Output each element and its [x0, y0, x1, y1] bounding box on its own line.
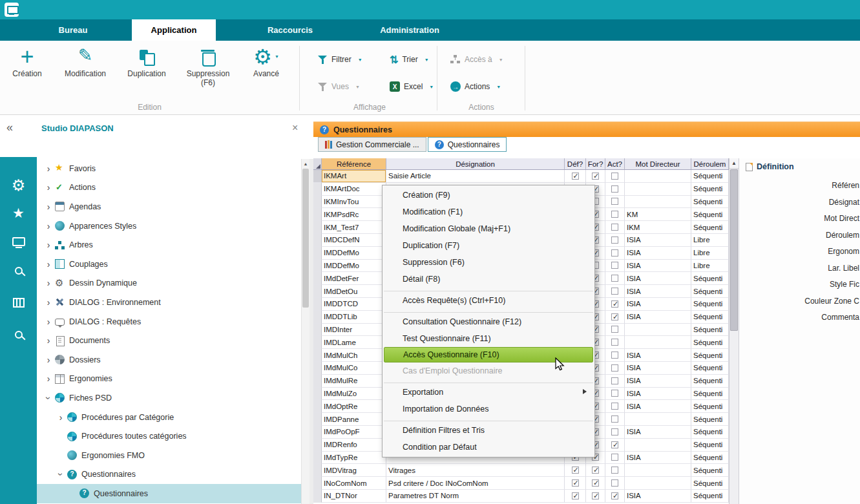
cell-mot-directeur[interactable]: KM: [625, 208, 691, 221]
cell-reference[interactable]: IMDDefMo: [322, 260, 386, 273]
chevron-icon[interactable]: [57, 413, 65, 422]
cell-reference[interactable]: IMDDTCD: [322, 298, 386, 311]
settings-gear-icon[interactable]: [0, 171, 37, 200]
cell-act[interactable]: [605, 349, 625, 362]
cell-deroulement[interactable]: Séquenti: [691, 439, 729, 452]
context-menu-item[interactable]: Modification (F1): [383, 204, 594, 220]
cell-reference[interactable]: IMdMulCo: [322, 362, 386, 375]
cell-reference[interactable]: IMdDetFer: [322, 272, 386, 285]
chevron-icon[interactable]: [45, 183, 52, 192]
cell-deroulement[interactable]: Séquenti: [691, 349, 729, 362]
context-menu-item[interactable]: Duplication (F7): [383, 237, 594, 254]
cell-act[interactable]: [605, 298, 625, 311]
create-button[interactable]: Création: [4, 45, 50, 78]
row-selector[interactable]: [313, 183, 322, 196]
cell-act[interactable]: [605, 477, 625, 490]
cell-act[interactable]: [605, 439, 625, 452]
cell-act[interactable]: [605, 234, 625, 247]
column-header[interactable]: Référence: [322, 158, 386, 169]
context-menu-item[interactable]: Création (F9): [383, 187, 594, 204]
views-button[interactable]: Vues: [318, 79, 360, 94]
row-selector[interactable]: [313, 452, 322, 465]
cell-mot-directeur[interactable]: ISIA: [625, 490, 691, 503]
cell-designation[interactable]: Parametres DT Norm: [386, 490, 565, 503]
sort-button[interactable]: Trier: [390, 52, 429, 67]
cell-deroulement[interactable]: Séquenti: [691, 375, 729, 388]
cell-reference[interactable]: IN_DTNor: [322, 490, 386, 503]
chevron-icon[interactable]: [56, 470, 65, 478]
cell-for[interactable]: [586, 170, 605, 183]
cell-mot-directeur[interactable]: [625, 196, 691, 209]
cell-deroulement[interactable]: Séquenti: [691, 388, 729, 401]
cell-reference[interactable]: IKMPsdRc: [322, 208, 386, 221]
cell-act[interactable]: [605, 413, 625, 426]
row-selector[interactable]: [313, 221, 322, 234]
cell-mot-directeur[interactable]: ISIA: [625, 426, 691, 439]
sidebar-tree-item[interactable]: Actions: [37, 178, 301, 198]
row-selector[interactable]: [313, 272, 322, 285]
sidebar-tree-item[interactable]: Fiches PSD: [37, 388, 301, 408]
cell-deroulement[interactable]: Séquenti: [691, 477, 729, 490]
cell-mot-directeur[interactable]: ISIA: [625, 260, 691, 273]
tree-scrollbar[interactable]: [301, 159, 309, 504]
sidebar-tree-item[interactable]: Ergonomies FMO: [37, 446, 301, 465]
column-header[interactable]: Désignation: [386, 158, 565, 169]
ribbon-tab[interactable]: Raccourcis: [255, 19, 326, 41]
chevron-icon[interactable]: [45, 355, 52, 364]
cell-reference[interactable]: IMdTypRe: [322, 452, 386, 465]
tab-gestion-commerciale[interactable]: Gestion Commerciale ...: [318, 137, 426, 152]
cell-mot-directeur[interactable]: ISIA: [625, 272, 691, 285]
cell-deroulement[interactable]: Libre: [691, 234, 729, 247]
context-menu-item[interactable]: Accès Requête(s) (Ctrl+F10): [383, 292, 594, 309]
cell-designation[interactable]: Saisie Article: [386, 170, 565, 183]
chevron-icon[interactable]: [45, 260, 52, 269]
row-selector[interactable]: [313, 336, 322, 349]
sidebar-tree-item[interactable]: Arbres: [37, 235, 301, 255]
sidebar-tree-item[interactable]: Documents: [37, 331, 301, 350]
cell-mot-directeur[interactable]: [625, 336, 691, 349]
cell-deroulement[interactable]: Séquenti: [691, 272, 729, 285]
row-selector[interactable]: [313, 413, 322, 426]
cell-reference[interactable]: IMdMulZo: [322, 388, 386, 401]
row-selector[interactable]: [313, 349, 322, 362]
cell-mot-directeur[interactable]: [625, 324, 691, 337]
cell-deroulement[interactable]: Séquenti: [691, 183, 729, 196]
cell-for[interactable]: [586, 490, 605, 503]
cell-for[interactable]: [586, 464, 605, 477]
context-menu-item[interactable]: Test Questionnaire (F11): [383, 330, 594, 347]
row-selector[interactable]: [313, 388, 322, 401]
cell-mot-directeur[interactable]: ISIA: [625, 311, 691, 324]
cell-for[interactable]: [586, 477, 605, 490]
cell-deroulement[interactable]: Libre: [691, 247, 729, 260]
cell-mot-directeur[interactable]: [625, 477, 691, 490]
cell-deroulement[interactable]: Séquenti: [691, 336, 729, 349]
chevron-icon[interactable]: [45, 317, 52, 326]
sidebar-tree-item[interactable]: Favoris: [37, 159, 301, 178]
scroll-up-icon[interactable]: [729, 158, 739, 169]
table-row[interactable]: IMDVitrag Vitrages Séquenti: [313, 464, 729, 477]
cell-mot-directeur[interactable]: ISIA: [625, 285, 691, 298]
scrollbar-thumb[interactable]: [302, 169, 309, 308]
cell-deroulement[interactable]: Séquenti: [691, 362, 729, 375]
cell-deroulement[interactable]: Séquenti: [691, 298, 729, 311]
cell-def[interactable]: [565, 170, 586, 183]
cell-reference[interactable]: IMDDefMo: [322, 247, 386, 260]
row-selector[interactable]: [313, 298, 322, 311]
cell-act[interactable]: [605, 196, 625, 209]
row-selector[interactable]: [313, 260, 322, 273]
cell-deroulement[interactable]: Séquenti: [691, 311, 729, 324]
cell-act[interactable]: [605, 426, 625, 439]
cell-reference[interactable]: IKM_Test7: [322, 221, 386, 234]
cell-reference[interactable]: IMDVitrag: [322, 464, 386, 477]
context-menu-item[interactable]: Suppression (F6): [383, 254, 594, 271]
excel-export-button[interactable]: Excel: [390, 79, 434, 94]
row-selector[interactable]: [313, 208, 322, 221]
context-menu-item[interactable]: Définition Filtres et Tris: [383, 422, 594, 439]
row-selector[interactable]: [313, 439, 322, 452]
row-selector[interactable]: [313, 464, 322, 477]
context-menu-item[interactable]: [384, 310, 593, 313]
cell-act[interactable]: [605, 208, 625, 221]
cell-deroulement[interactable]: Séquenti: [691, 208, 729, 221]
cell-mot-directeur[interactable]: ISIA: [625, 400, 691, 413]
cell-act[interactable]: [605, 183, 625, 196]
